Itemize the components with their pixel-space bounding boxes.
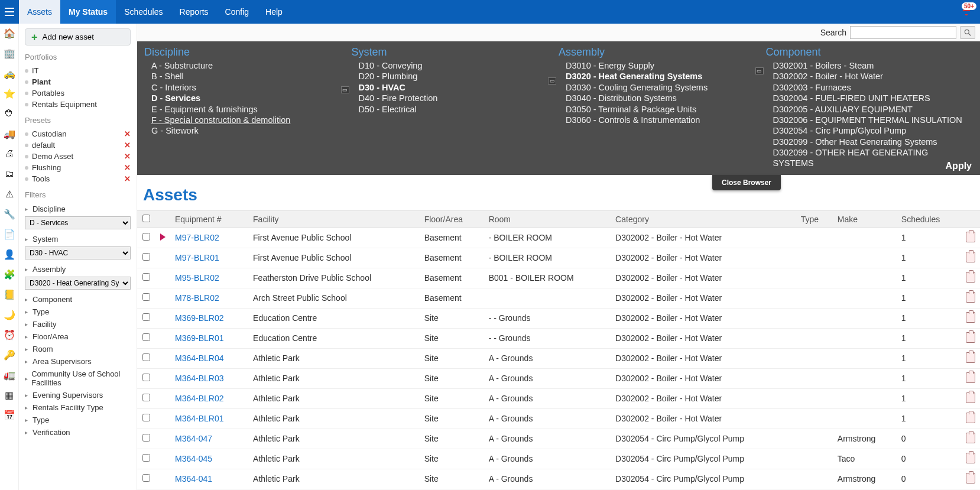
filter-label[interactable]: ▸Discipline [25,203,131,215]
clipboard-icon[interactable] [966,252,975,262]
filter-item[interactable]: ▸Evening Supervisors [25,389,131,401]
play-icon[interactable] [160,233,166,241]
doc-icon[interactable]: 📄 [4,228,15,240]
browser-item[interactable]: D20 - Plumbing [352,72,552,82]
column-header[interactable]: Facility [248,210,420,228]
calendar-icon[interactable]: 📅 [4,409,15,421]
browser-item[interactable]: D - Services [144,93,345,104]
column-header[interactable]: Make [833,210,897,228]
home-icon[interactable]: 🏠 [4,27,15,39]
menu-icon[interactable] [0,0,19,24]
equipment-link[interactable]: M97-BLR01 [175,253,219,262]
clipboard-icon[interactable] [966,272,975,283]
browser-item[interactable]: D302003 - Furnaces [766,83,966,93]
moon-icon[interactable]: 🌙 [4,309,15,320]
expand-icon[interactable]: ▭ [341,86,349,93]
filter-item[interactable]: ▸Rentals Facility Type [25,401,131,414]
filter-label[interactable]: ▸System [25,233,131,245]
column-header[interactable]: Category [611,210,796,228]
browser-item[interactable]: D3040 - Distribution Systems [559,93,759,104]
browser-item[interactable]: B - Shell [144,72,345,82]
browser-item[interactable]: F - Special construction & demolition [144,115,345,126]
equipment-link[interactable]: M364-BLR04 [175,353,224,363]
tab-config[interactable]: Config [217,0,257,24]
medical-icon[interactable]: ⛑ [4,108,15,119]
row-checkbox[interactable] [142,394,150,401]
portfolio-item[interactable]: Plant [25,76,131,87]
equipment-link[interactable]: M369-BLR02 [175,313,224,323]
search-button[interactable] [960,26,975,39]
car-icon[interactable]: 🚕 [4,67,15,79]
equipment-link[interactable]: M97-BLR02 [175,233,219,242]
browser-item[interactable]: D302004 - FUEL-FIRED UNIT HEATERS [766,93,966,104]
clipboard-icon[interactable] [966,332,975,343]
filter-select-discipline[interactable]: D - Services [25,216,131,229]
delete-preset-icon[interactable]: ✕ [124,129,131,138]
row-checkbox[interactable] [142,454,150,462]
equipment-link[interactable]: M364-041 [175,474,212,483]
column-header[interactable]: Type [796,210,833,228]
delete-preset-icon[interactable]: ✕ [124,152,131,161]
print-icon[interactable]: 🖨 [4,148,15,160]
filter-item[interactable]: ▸Floor/Area [25,330,131,343]
tab-my-status[interactable]: My Status [60,0,116,24]
person-silhouette-icon[interactable]: 👤 [4,248,15,260]
truck-icon[interactable]: 🚚 [4,128,15,139]
tab-assets[interactable]: Assets [19,0,60,24]
browser-item[interactable]: D302005 - AUXILIARY EQUIPMENT [766,105,966,115]
building-icon[interactable]: 🏢 [4,47,15,59]
filter-item[interactable]: ▸Component [25,293,131,306]
search-input[interactable] [850,26,956,39]
add-new-asset-button[interactable]: + Add new asset [25,28,131,46]
browser-item[interactable]: D10 - Conveying [352,61,552,72]
clipboard-icon[interactable] [966,433,975,443]
filter-item[interactable]: ▸Facility [25,318,131,330]
filter-item[interactable]: ▸Type [25,414,131,426]
equipment-link[interactable]: M364-BLR01 [175,414,224,423]
expand-icon[interactable]: ▭ [548,77,556,85]
equipment-link[interactable]: M78-BLR02 [175,293,219,303]
select-all-checkbox[interactable] [142,215,150,222]
browser-item[interactable]: D3020 - Heat Generating Systems [559,72,759,82]
browser-item[interactable]: C - Interiors [144,83,345,93]
portfolio-item[interactable]: IT [25,65,131,76]
column-header[interactable]: Floor/Area [420,210,484,228]
clipboard-icon[interactable] [966,392,975,403]
browser-item[interactable]: D3030 - Cooling Generating Systems [559,83,759,93]
expand-icon[interactable]: ▭ [755,67,764,74]
clipboard-icon[interactable] [966,473,975,483]
grid-icon[interactable]: ▦ [4,389,15,401]
browser-item[interactable]: D302054 - Circ Pump/Glycol Pump [766,126,966,137]
notification-bell[interactable]: 50+ [960,4,973,18]
filter-item[interactable]: ▸Area Supervisors [25,355,131,368]
clipboard-icon[interactable] [966,413,975,423]
tab-reports[interactable]: Reports [171,0,217,24]
wrench-icon[interactable]: 🔧 [4,208,15,220]
delivery-icon[interactable]: 🚛 [4,369,15,381]
browser-item[interactable]: D40 - Fire Protection [352,93,552,104]
browser-item[interactable]: E - Equipment & furnishings [144,105,345,115]
browser-item[interactable]: D302002 - Boiler - Hot Water [766,72,966,82]
equipment-link[interactable]: M364-045 [175,454,212,463]
stack-icon[interactable]: 🗂 [4,168,15,180]
clipboard-icon[interactable] [966,292,975,303]
browser-item[interactable]: D30 - HVAC [352,83,552,93]
delete-preset-icon[interactable]: ✕ [124,174,131,183]
browser-item[interactable]: D3010 - Energy Supply [559,61,759,72]
row-checkbox[interactable] [142,353,150,361]
preset-item[interactable]: Flushing✕ [25,162,131,173]
filter-item[interactable]: ▸Verification [25,426,131,439]
portfolio-item[interactable]: Portables [25,87,131,99]
book-icon[interactable]: 📒 [4,288,15,300]
browser-item[interactable]: D3050 - Terminal & Package Units [559,105,759,115]
clock-icon[interactable]: ⏰ [4,329,15,340]
equipment-link[interactable]: M369-BLR01 [175,333,224,343]
star-icon[interactable]: ⭐ [4,87,15,99]
row-checkbox[interactable] [142,434,150,442]
clipboard-icon[interactable] [966,453,975,463]
browser-item[interactable]: D50 - Electrical [352,105,552,115]
browser-item[interactable]: G - Sitework [144,126,345,137]
delete-preset-icon[interactable]: ✕ [124,163,131,172]
key-icon[interactable]: 🔑 [4,349,15,361]
apply-button[interactable]: Apply [946,161,972,171]
